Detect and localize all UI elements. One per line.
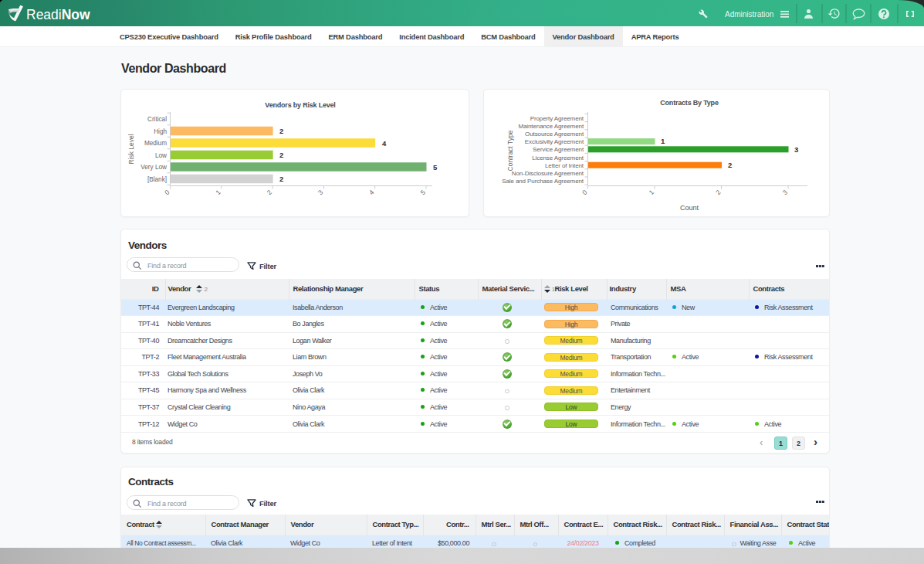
svg-text:Contracts By Type: Contracts By Type [660,99,719,107]
svg-text:High: High [154,128,167,135]
svg-text:Medium: Medium [144,140,167,147]
svg-text:Critical: Critical [147,116,167,123]
svg-text:5: 5 [433,163,438,172]
svg-text:5: 5 [418,189,427,197]
svg-text:Sale and Purchase Agreement: Sale and Purchase Agreement [502,178,584,185]
svg-text:Very Low: Very Low [140,164,167,171]
svg-text:Contract Type: Contract Type [506,130,514,171]
svg-text:Risk Level: Risk Level [127,134,135,164]
svg-text:Outsource Agreement: Outsource Agreement [525,131,584,138]
svg-text:3: 3 [780,189,789,197]
svg-text:0: 0 [580,189,589,197]
svg-text:Maintenance Agreement: Maintenance Agreement [518,123,584,130]
svg-text:Exclusivity Agreement: Exclusivity Agreement [525,138,584,145]
svg-text:Vendors by Risk Level: Vendors by Risk Level [265,101,335,109]
svg-text:Letter of Intent: Letter of Intent [545,162,584,169]
svg-text:2: 2 [279,127,283,135]
svg-text:Service Agreement: Service Agreement [533,146,584,153]
svg-text:License Agreement: License Agreement [532,155,584,161]
svg-text:0: 0 [163,189,171,197]
svg-text:Non-Disclosure Agreement: Non-Disclosure Agreement [512,170,584,177]
svg-text:Property Agreement: Property Agreement [530,115,584,122]
svg-text:2: 2 [266,189,274,197]
svg-text:2: 2 [728,161,732,169]
svg-text:2: 2 [714,189,723,197]
svg-text:1: 1 [214,189,222,197]
svg-text:Count: Count [680,204,699,212]
svg-text:[Blank]: [Blank] [147,176,167,183]
svg-text:3: 3 [794,145,798,154]
svg-text:2: 2 [279,151,283,159]
svg-text:1: 1 [647,189,655,197]
svg-text:4: 4 [382,139,387,148]
svg-text:3: 3 [316,189,325,197]
svg-text:Low: Low [155,152,167,159]
svg-text:2: 2 [279,175,283,183]
svg-text:1: 1 [661,137,665,145]
svg-text:4: 4 [367,189,376,197]
